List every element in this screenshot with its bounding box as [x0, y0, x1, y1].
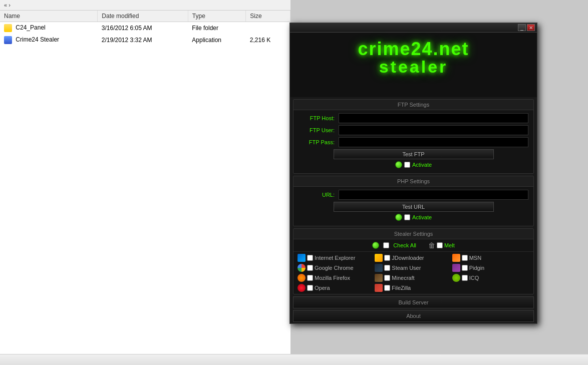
filezilla-checkbox[interactable]	[384, 285, 390, 291]
minecraft-icon	[375, 274, 383, 282]
exe-icon	[4, 36, 12, 44]
logo-area: crime24.net stealer stealer	[290, 33, 537, 97]
status-bar	[0, 354, 588, 365]
firefox-label: Mozilla Firefox	[315, 275, 350, 281]
minecraft-label: Minecraft	[392, 275, 414, 281]
ftp-user-row: FTP User:	[299, 125, 528, 135]
chrome-label: Google Chrome	[315, 265, 354, 271]
filezilla-label: FileZilla	[392, 285, 411, 291]
ftp-section-body: FTP Host: FTP User: FTP Pass: Test FTP A…	[293, 110, 533, 173]
test-ftp-button[interactable]: Test FTP	[334, 149, 494, 159]
test-ftp-row: Test FTP	[299, 149, 528, 159]
icq-checkbox[interactable]	[462, 275, 468, 281]
stealer-item-steam: Steam User	[375, 264, 452, 272]
file-size: 2,216 K	[246, 34, 290, 46]
build-server-button[interactable]: Build Server	[293, 296, 534, 308]
ftp-activate-label: Activate	[412, 162, 432, 168]
php-status-indicator	[395, 214, 402, 221]
php-activate-checkbox[interactable]	[404, 214, 410, 220]
minecraft-checkbox[interactable]	[384, 275, 390, 281]
table-row[interactable]: C24_Panel 3/16/2012 6:05 AM File folder	[0, 22, 290, 35]
file-type: Application	[188, 34, 245, 46]
msn-icon	[452, 254, 460, 262]
steam-icon	[375, 264, 383, 272]
stealer-item-empty	[452, 284, 529, 292]
ftp-host-row: FTP Host:	[299, 113, 528, 123]
stealer-app-grid: Internet Explorer JDownloader MSN Google…	[293, 252, 533, 294]
url-input[interactable]	[339, 190, 528, 200]
ftp-activate-checkbox[interactable]	[404, 162, 410, 168]
icq-icon	[452, 274, 460, 282]
ftp-pass-label: FTP Pass:	[299, 139, 339, 145]
ftp-pass-row: FTP Pass:	[299, 137, 528, 147]
pidgin-icon	[452, 264, 460, 272]
jdownloader-icon	[375, 254, 383, 262]
php-section-title: PHP Settings	[293, 176, 533, 187]
ftp-pass-input[interactable]	[339, 137, 528, 147]
opera-label: Opera	[315, 285, 330, 291]
ie-icon	[298, 254, 306, 262]
col-name[interactable]: Name	[0, 11, 98, 22]
test-url-button[interactable]: Test URL	[334, 202, 494, 212]
opera-checkbox[interactable]	[307, 285, 313, 291]
folder-icon	[4, 24, 12, 32]
ie-checkbox[interactable]	[307, 255, 313, 261]
check-all-checkbox[interactable]	[383, 242, 389, 248]
stealer-item-chrome: Google Chrome	[298, 264, 375, 272]
ftp-status-indicator	[395, 161, 402, 168]
firefox-checkbox[interactable]	[307, 275, 313, 281]
col-type[interactable]: Type	[188, 11, 245, 22]
url-row: URL:	[299, 190, 528, 200]
melt-group: 🗑 Melt	[428, 241, 455, 249]
ftp-user-input[interactable]	[339, 125, 528, 135]
test-url-row: Test URL	[299, 202, 528, 212]
about-button[interactable]: About	[293, 310, 534, 322]
col-date[interactable]: Date modified	[98, 11, 188, 22]
msn-label: MSN	[469, 255, 481, 261]
file-date: 3/16/2012 6:05 AM	[98, 22, 188, 35]
trash-icon: 🗑	[428, 241, 435, 249]
melt-checkbox[interactable]	[437, 242, 443, 248]
logo-line1: crime24.net	[295, 40, 532, 58]
stealer-item-firefox: Mozilla Firefox	[298, 274, 375, 282]
steam-label: Steam User	[392, 265, 421, 271]
ftp-section-title: FTP Settings	[293, 100, 533, 110]
msn-checkbox[interactable]	[462, 255, 468, 261]
steam-checkbox[interactable]	[384, 265, 390, 271]
ftp-host-input[interactable]	[339, 113, 528, 123]
stealer-item-minecraft: Minecraft	[375, 274, 452, 282]
ftp-activate-row: Activate	[299, 161, 528, 168]
stealer-item-ie: Internet Explorer	[298, 254, 375, 262]
stealer-section-title: Stealer Settings	[293, 229, 533, 239]
jdownloader-checkbox[interactable]	[384, 255, 390, 261]
ftp-host-label: FTP Host:	[299, 115, 339, 121]
stealer-item-jdownloader: JDownloader	[375, 254, 452, 262]
explorer-path: « ›	[4, 2, 11, 8]
file-name: C24_Panel	[0, 22, 98, 35]
stealer-item-opera: Opera	[298, 284, 375, 292]
close-button[interactable]: ✕	[527, 24, 535, 31]
ie-label: Internet Explorer	[315, 255, 355, 261]
file-explorer: « › Name Date modified Type Size C24_Pan…	[0, 0, 290, 365]
check-all-label: Check All	[393, 242, 416, 248]
php-section: PHP Settings URL: Test URL Activate	[293, 176, 534, 226]
col-size[interactable]: Size	[246, 11, 290, 22]
chrome-icon	[298, 264, 306, 272]
melt-label: Melt	[444, 242, 455, 248]
pidgin-checkbox[interactable]	[462, 265, 468, 271]
firefox-icon	[298, 274, 306, 282]
minimize-button[interactable]: _	[518, 24, 526, 31]
check-all-row: Check All 🗑 Melt	[293, 239, 533, 252]
table-row[interactable]: Crime24 Stealer 2/19/2012 3:32 AM Applic…	[0, 34, 290, 46]
file-date: 2/19/2012 3:32 AM	[98, 34, 188, 46]
file-name: Crime24 Stealer	[0, 34, 98, 46]
php-activate-row: Activate	[299, 214, 528, 221]
stealer-item-filezilla: FileZilla	[375, 284, 452, 292]
file-type: File folder	[188, 22, 245, 35]
check-all-indicator	[372, 242, 379, 249]
url-label: URL:	[299, 192, 339, 198]
stealer-item-msn: MSN	[452, 254, 529, 262]
stealer-section: Stealer Settings Check All 🗑 Melt Intern…	[293, 228, 534, 294]
chrome-checkbox[interactable]	[307, 265, 313, 271]
titlebar: _ ✕	[290, 23, 537, 33]
